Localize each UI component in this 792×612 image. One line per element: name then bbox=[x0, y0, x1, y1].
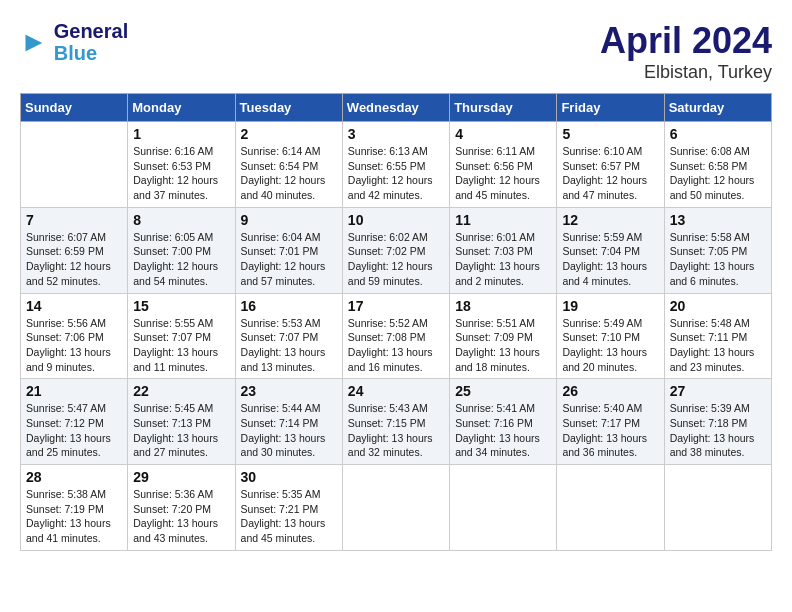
day-info: Sunrise: 5:45 AM Sunset: 7:13 PM Dayligh… bbox=[133, 401, 229, 460]
day-number: 26 bbox=[562, 383, 658, 399]
day-number: 30 bbox=[241, 469, 337, 485]
day-number: 10 bbox=[348, 212, 444, 228]
day-number: 28 bbox=[26, 469, 122, 485]
calendar-cell: 13Sunrise: 5:58 AM Sunset: 7:05 PM Dayli… bbox=[664, 207, 771, 293]
calendar-cell: 19Sunrise: 5:49 AM Sunset: 7:10 PM Dayli… bbox=[557, 293, 664, 379]
day-number: 11 bbox=[455, 212, 551, 228]
calendar-cell: 29Sunrise: 5:36 AM Sunset: 7:20 PM Dayli… bbox=[128, 465, 235, 551]
day-header-sunday: Sunday bbox=[21, 94, 128, 122]
day-info: Sunrise: 5:49 AM Sunset: 7:10 PM Dayligh… bbox=[562, 316, 658, 375]
calendar-table: SundayMondayTuesdayWednesdayThursdayFrid… bbox=[20, 93, 772, 551]
calendar-cell: 8Sunrise: 6:05 AM Sunset: 7:00 PM Daylig… bbox=[128, 207, 235, 293]
calendar-cell: 18Sunrise: 5:51 AM Sunset: 7:09 PM Dayli… bbox=[450, 293, 557, 379]
day-info: Sunrise: 5:36 AM Sunset: 7:20 PM Dayligh… bbox=[133, 487, 229, 546]
day-info: Sunrise: 6:07 AM Sunset: 6:59 PM Dayligh… bbox=[26, 230, 122, 289]
calendar-cell: 3Sunrise: 6:13 AM Sunset: 6:55 PM Daylig… bbox=[342, 122, 449, 208]
logo-text-general: General bbox=[54, 20, 128, 42]
day-info: Sunrise: 5:38 AM Sunset: 7:19 PM Dayligh… bbox=[26, 487, 122, 546]
calendar-cell bbox=[342, 465, 449, 551]
week-row-3: 14Sunrise: 5:56 AM Sunset: 7:06 PM Dayli… bbox=[21, 293, 772, 379]
day-info: Sunrise: 6:10 AM Sunset: 6:57 PM Dayligh… bbox=[562, 144, 658, 203]
day-number: 19 bbox=[562, 298, 658, 314]
day-number: 23 bbox=[241, 383, 337, 399]
calendar-cell: 20Sunrise: 5:48 AM Sunset: 7:11 PM Dayli… bbox=[664, 293, 771, 379]
day-info: Sunrise: 5:53 AM Sunset: 7:07 PM Dayligh… bbox=[241, 316, 337, 375]
week-row-2: 7Sunrise: 6:07 AM Sunset: 6:59 PM Daylig… bbox=[21, 207, 772, 293]
week-row-5: 28Sunrise: 5:38 AM Sunset: 7:19 PM Dayli… bbox=[21, 465, 772, 551]
day-number: 4 bbox=[455, 126, 551, 142]
day-info: Sunrise: 5:47 AM Sunset: 7:12 PM Dayligh… bbox=[26, 401, 122, 460]
calendar-cell: 28Sunrise: 5:38 AM Sunset: 7:19 PM Dayli… bbox=[21, 465, 128, 551]
calendar-cell: 11Sunrise: 6:01 AM Sunset: 7:03 PM Dayli… bbox=[450, 207, 557, 293]
day-header-row: SundayMondayTuesdayWednesdayThursdayFrid… bbox=[21, 94, 772, 122]
week-row-4: 21Sunrise: 5:47 AM Sunset: 7:12 PM Dayli… bbox=[21, 379, 772, 465]
day-info: Sunrise: 5:41 AM Sunset: 7:16 PM Dayligh… bbox=[455, 401, 551, 460]
calendar-cell: 10Sunrise: 6:02 AM Sunset: 7:02 PM Dayli… bbox=[342, 207, 449, 293]
calendar-cell: 7Sunrise: 6:07 AM Sunset: 6:59 PM Daylig… bbox=[21, 207, 128, 293]
day-info: Sunrise: 6:13 AM Sunset: 6:55 PM Dayligh… bbox=[348, 144, 444, 203]
week-row-1: 1Sunrise: 6:16 AM Sunset: 6:53 PM Daylig… bbox=[21, 122, 772, 208]
calendar-cell: 2Sunrise: 6:14 AM Sunset: 6:54 PM Daylig… bbox=[235, 122, 342, 208]
calendar-cell: 22Sunrise: 5:45 AM Sunset: 7:13 PM Dayli… bbox=[128, 379, 235, 465]
day-info: Sunrise: 5:48 AM Sunset: 7:11 PM Dayligh… bbox=[670, 316, 766, 375]
day-info: Sunrise: 5:35 AM Sunset: 7:21 PM Dayligh… bbox=[241, 487, 337, 546]
day-info: Sunrise: 6:02 AM Sunset: 7:02 PM Dayligh… bbox=[348, 230, 444, 289]
day-info: Sunrise: 5:52 AM Sunset: 7:08 PM Dayligh… bbox=[348, 316, 444, 375]
day-number: 27 bbox=[670, 383, 766, 399]
day-number: 21 bbox=[26, 383, 122, 399]
day-number: 14 bbox=[26, 298, 122, 314]
day-info: Sunrise: 5:44 AM Sunset: 7:14 PM Dayligh… bbox=[241, 401, 337, 460]
calendar-cell bbox=[450, 465, 557, 551]
day-info: Sunrise: 5:58 AM Sunset: 7:05 PM Dayligh… bbox=[670, 230, 766, 289]
day-info: Sunrise: 6:01 AM Sunset: 7:03 PM Dayligh… bbox=[455, 230, 551, 289]
day-info: Sunrise: 5:56 AM Sunset: 7:06 PM Dayligh… bbox=[26, 316, 122, 375]
calendar-cell: 17Sunrise: 5:52 AM Sunset: 7:08 PM Dayli… bbox=[342, 293, 449, 379]
day-info: Sunrise: 6:05 AM Sunset: 7:00 PM Dayligh… bbox=[133, 230, 229, 289]
calendar-cell: 1Sunrise: 6:16 AM Sunset: 6:53 PM Daylig… bbox=[128, 122, 235, 208]
day-info: Sunrise: 5:39 AM Sunset: 7:18 PM Dayligh… bbox=[670, 401, 766, 460]
day-number: 12 bbox=[562, 212, 658, 228]
day-header-saturday: Saturday bbox=[664, 94, 771, 122]
calendar-cell: 24Sunrise: 5:43 AM Sunset: 7:15 PM Dayli… bbox=[342, 379, 449, 465]
calendar-cell: 5Sunrise: 6:10 AM Sunset: 6:57 PM Daylig… bbox=[557, 122, 664, 208]
day-info: Sunrise: 5:43 AM Sunset: 7:15 PM Dayligh… bbox=[348, 401, 444, 460]
day-number: 3 bbox=[348, 126, 444, 142]
calendar-cell bbox=[21, 122, 128, 208]
day-number: 9 bbox=[241, 212, 337, 228]
day-info: Sunrise: 6:16 AM Sunset: 6:53 PM Dayligh… bbox=[133, 144, 229, 203]
calendar-cell bbox=[664, 465, 771, 551]
day-number: 15 bbox=[133, 298, 229, 314]
day-info: Sunrise: 5:55 AM Sunset: 7:07 PM Dayligh… bbox=[133, 316, 229, 375]
day-info: Sunrise: 6:11 AM Sunset: 6:56 PM Dayligh… bbox=[455, 144, 551, 203]
day-header-friday: Friday bbox=[557, 94, 664, 122]
day-info: Sunrise: 6:04 AM Sunset: 7:01 PM Dayligh… bbox=[241, 230, 337, 289]
calendar-cell: 4Sunrise: 6:11 AM Sunset: 6:56 PM Daylig… bbox=[450, 122, 557, 208]
day-header-monday: Monday bbox=[128, 94, 235, 122]
day-number: 18 bbox=[455, 298, 551, 314]
day-number: 1 bbox=[133, 126, 229, 142]
calendar-cell: 27Sunrise: 5:39 AM Sunset: 7:18 PM Dayli… bbox=[664, 379, 771, 465]
day-number: 29 bbox=[133, 469, 229, 485]
day-number: 24 bbox=[348, 383, 444, 399]
day-number: 5 bbox=[562, 126, 658, 142]
day-info: Sunrise: 6:08 AM Sunset: 6:58 PM Dayligh… bbox=[670, 144, 766, 203]
day-number: 13 bbox=[670, 212, 766, 228]
logo-icon: ► bbox=[20, 26, 48, 58]
logo-text-blue: Blue bbox=[54, 42, 128, 64]
title-block: April 2024 Elbistan, Turkey bbox=[600, 20, 772, 83]
calendar-cell: 21Sunrise: 5:47 AM Sunset: 7:12 PM Dayli… bbox=[21, 379, 128, 465]
day-number: 8 bbox=[133, 212, 229, 228]
day-info: Sunrise: 5:59 AM Sunset: 7:04 PM Dayligh… bbox=[562, 230, 658, 289]
calendar-title: April 2024 bbox=[600, 20, 772, 62]
day-header-tuesday: Tuesday bbox=[235, 94, 342, 122]
day-info: Sunrise: 6:14 AM Sunset: 6:54 PM Dayligh… bbox=[241, 144, 337, 203]
day-number: 6 bbox=[670, 126, 766, 142]
calendar-cell: 6Sunrise: 6:08 AM Sunset: 6:58 PM Daylig… bbox=[664, 122, 771, 208]
day-number: 20 bbox=[670, 298, 766, 314]
day-header-wednesday: Wednesday bbox=[342, 94, 449, 122]
day-number: 16 bbox=[241, 298, 337, 314]
calendar-cell: 12Sunrise: 5:59 AM Sunset: 7:04 PM Dayli… bbox=[557, 207, 664, 293]
calendar-cell: 30Sunrise: 5:35 AM Sunset: 7:21 PM Dayli… bbox=[235, 465, 342, 551]
day-number: 2 bbox=[241, 126, 337, 142]
calendar-cell: 26Sunrise: 5:40 AM Sunset: 7:17 PM Dayli… bbox=[557, 379, 664, 465]
